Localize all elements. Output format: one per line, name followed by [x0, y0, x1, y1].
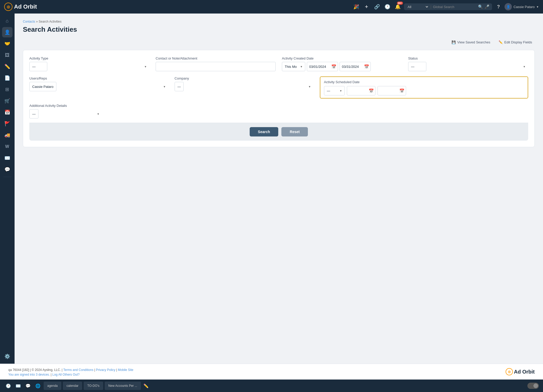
activity-created-to-calendar-icon[interactable]: 📅	[364, 64, 369, 69]
users-reps-select[interactable]: Cassie Pataro All Users	[29, 82, 56, 91]
breadcrumb: Contacts » Search Activities	[23, 20, 535, 23]
activity-created-to-wrap: 📅	[340, 62, 371, 71]
link-icon[interactable]: 🔗	[373, 3, 381, 11]
company-label: Company	[175, 76, 314, 80]
scheduled-date-to-calendar-icon[interactable]: 📅	[399, 88, 405, 93]
form-row-2: Users/Reps Cassie Pataro All Users Compa…	[29, 76, 528, 99]
sidebar-item-cart[interactable]: 🛒	[2, 96, 12, 106]
scheduled-date-from-calendar-icon[interactable]: 📅	[369, 88, 374, 93]
activity-created-from-calendar-icon[interactable]: 📅	[331, 64, 336, 69]
sidebar-item-settings[interactable]: ⚙️	[2, 351, 12, 362]
sidebar-item-chat[interactable]: 💬	[2, 164, 12, 175]
sidebar-item-contacts[interactable]: 👤	[2, 27, 12, 37]
additional-details-select-wrap: —	[29, 109, 102, 119]
scheduled-date-to-wrap: 📅	[378, 86, 406, 95]
sidebar-item-truck[interactable]: 🚚	[2, 130, 12, 140]
bottombar-chat-icon[interactable]: 💬	[24, 382, 32, 389]
activity-created-filter-select[interactable]: This Mo Last Month This Year Custom	[282, 62, 305, 71]
additional-details-select[interactable]: —	[29, 109, 38, 119]
breadcrumb-separator: »	[36, 20, 39, 23]
bottombar-globe-icon[interactable]: 🌐	[34, 382, 42, 389]
mic-icon[interactable]: 🎤	[485, 4, 489, 9]
sidebar-item-document[interactable]: 📄	[2, 73, 12, 83]
sidebar-item-home[interactable]: ⌂	[2, 16, 12, 26]
sidebar-item-word[interactable]: W	[2, 141, 12, 152]
app-name: Ad Orbit	[14, 3, 37, 10]
search-submit-icon[interactable]: 🔍	[478, 4, 483, 9]
bottombar-mail-icon[interactable]: ✉️	[14, 382, 22, 389]
bottombar-toggle[interactable]	[527, 383, 539, 389]
log-out-others-link[interactable]: Log All Others Out?	[52, 373, 80, 376]
activity-created-filter-wrap: This Mo Last Month This Year Custom	[282, 62, 305, 71]
search-input[interactable]	[433, 5, 476, 9]
activity-type-group: Activity Type — Call Email Meeting Note …	[29, 56, 149, 71]
toolbar: 💾 View Saved Searches ✏️ Edit Display Fi…	[23, 39, 535, 46]
page-title: Search Activities	[23, 25, 535, 34]
search-divider: |	[431, 5, 432, 9]
terms-link[interactable]: Terms and Conditions	[63, 368, 93, 372]
view-saved-searches-button[interactable]: 💾 View Saved Searches	[449, 39, 493, 46]
activity-created-label: Activity Created Date	[282, 56, 402, 60]
bottombar-tab-calendar[interactable]: calendar	[63, 382, 82, 390]
contact-note-label: Contact or Note/Attachment	[156, 56, 276, 60]
breadcrumb-parent[interactable]: Contacts	[23, 20, 35, 23]
avatar: 👤	[505, 3, 512, 10]
footer-left: qa 76044 [182] | © 2024 Aysling, LLC. | …	[8, 368, 133, 376]
search-button[interactable]: Search	[250, 127, 279, 136]
additional-details-group: Additional Activity Details —	[29, 104, 102, 119]
search-filter-select[interactable]: All Contacts Companies Orders	[407, 5, 429, 9]
bottombar-tab-agenda[interactable]: agenda	[44, 382, 61, 390]
scheduled-date-filter-select[interactable]: — This Month Last Month Custom	[324, 86, 345, 95]
activity-type-select[interactable]: — Call Email Meeting Note Task	[29, 62, 47, 71]
bottombar-tab-new-accounts[interactable]: New Accounts Per ...	[105, 382, 141, 390]
scheduled-date-from-wrap: 📅	[347, 86, 375, 95]
bottombar: 🕐 ✉️ 💬 🌐 agenda calendar TO-DO's New Acc…	[0, 380, 543, 392]
signed-in-devices-link[interactable]: You are signed into 3 devices.	[8, 373, 50, 376]
sidebar-item-flag[interactable]: 🚩	[2, 119, 12, 129]
footer-copyright: qa 76044 [182] | © 2024 Aysling, LLC. |	[8, 368, 62, 372]
activity-created-date-group: This Mo Last Month This Year Custom 📅	[282, 62, 402, 71]
privacy-link[interactable]: Privacy Policy	[96, 368, 115, 372]
bottombar-edit-icon[interactable]: ✏️	[143, 383, 149, 388]
notification-badge: 99+	[397, 2, 403, 5]
users-reps-select-wrap: Cassie Pataro All Users	[29, 82, 168, 91]
notification-wrap: 🔔 99+	[394, 3, 402, 11]
sidebar-item-edit[interactable]: ✏️	[2, 61, 12, 72]
activity-created-from-wrap: 📅	[307, 62, 338, 71]
user-menu[interactable]: 👤 Cassie Pataro ▼	[505, 3, 539, 10]
reset-button[interactable]: Reset	[281, 127, 308, 136]
view-saved-icon: 💾	[452, 40, 456, 44]
mobile-site-link[interactable]: Mobile Site	[118, 368, 133, 372]
clock-icon[interactable]: 🕐	[383, 3, 392, 11]
status-select[interactable]: — Open Closed Pending	[408, 62, 426, 71]
company-select[interactable]: —	[175, 82, 184, 91]
sidebar-item-gallery[interactable]: 🖼	[2, 50, 12, 60]
bottombar-clock-icon[interactable]: 🕐	[4, 382, 12, 389]
bottombar-tab-todos[interactable]: TO-DO's	[84, 382, 103, 390]
footer-signed-in-row: You are signed into 3 devices. | Log All…	[8, 373, 133, 376]
sidebar-item-calendar[interactable]: 📅	[2, 107, 12, 117]
search-actions: Search Reset	[29, 123, 528, 141]
sidebar-item-grid[interactable]: ⊞	[2, 84, 12, 95]
users-reps-label: Users/Reps	[29, 76, 168, 80]
activity-created-group: Activity Created Date This Mo Last Month…	[282, 56, 402, 71]
company-select-wrap: —	[175, 82, 314, 91]
sidebar-item-mail[interactable]: ✉️	[2, 153, 12, 163]
party-icon[interactable]: 🎉	[352, 3, 360, 11]
edit-display-fields-button[interactable]: ✏️ Edit Display Fields	[496, 39, 535, 46]
contact-note-input[interactable]	[156, 62, 276, 71]
sidebar-item-handshake[interactable]: 🤝	[2, 38, 12, 49]
global-search-bar: All Contacts Companies Orders | 🔍 🎤	[404, 3, 492, 10]
footer-logo-circle: ◎	[506, 368, 513, 375]
logo-circle: ◎	[4, 3, 12, 11]
activity-scheduled-date-group: Activity Scheduled Date — This Month Las…	[320, 76, 528, 99]
additional-details-label: Additional Activity Details	[29, 104, 102, 108]
help-icon[interactable]: ?	[494, 3, 502, 11]
status-label: Status	[408, 56, 528, 60]
users-reps-group: Users/Reps Cassie Pataro All Users	[29, 76, 168, 91]
edit-display-label: Edit Display Fields	[504, 40, 532, 44]
company-group: Company —	[175, 76, 314, 91]
form-row-1: Activity Type — Call Email Meeting Note …	[29, 56, 528, 71]
app-logo[interactable]: ◎ Ad Orbit	[4, 3, 37, 11]
add-icon[interactable]: +	[362, 3, 371, 11]
